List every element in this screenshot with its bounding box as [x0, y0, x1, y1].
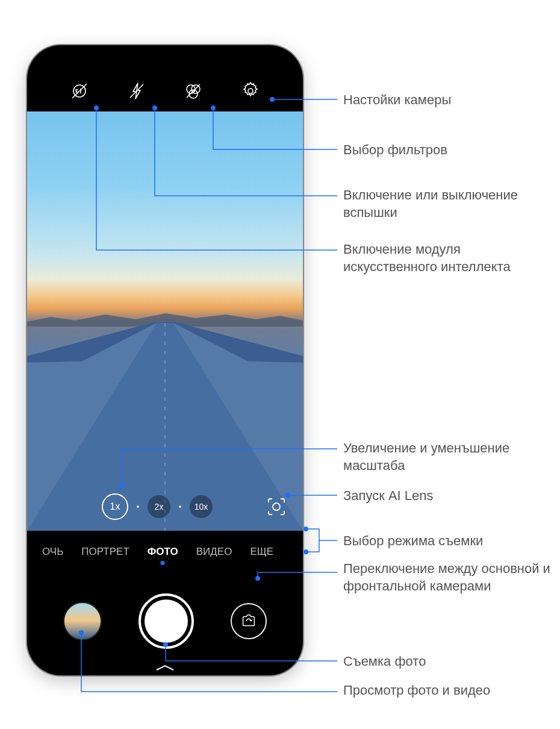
mode-night[interactable]: ОЧЬ — [42, 546, 63, 558]
mode-portrait[interactable]: ПОРТРЕТ — [81, 546, 129, 558]
shutter-inner — [145, 599, 188, 643]
callout-zoom: Увеличение и уменъшение масштаба — [343, 440, 554, 474]
callout-gallery: Просмотр фото и видео — [343, 682, 490, 699]
svg-line-6 — [187, 84, 200, 98]
callout-filters: Выбор фильтров — [343, 142, 447, 159]
callout-flash: Включение или выключение вспышки — [343, 187, 554, 221]
zoom-dot — [179, 505, 181, 508]
svg-point-24 — [303, 549, 308, 554]
callout-ai-lens: Запуск AI Lens — [343, 487, 434, 505]
gallery-thumbnail[interactable] — [63, 602, 102, 640]
svg-line-1 — [72, 84, 87, 98]
ai-module-icon[interactable] — [69, 80, 90, 102]
svg-point-14 — [273, 503, 280, 510]
bottom-controls — [27, 573, 303, 675]
callout-ai-module: Включение модуля искусственного интеллек… — [343, 241, 554, 275]
mode-photo[interactable]: ФОТО — [148, 546, 178, 558]
phone-frame: 1x 2x 10x ОЧЬ ПОРТРЕТ ФОТО ВИДЕО ЕЩ — [27, 45, 303, 675]
mode-more[interactable]: ЕЩЕ — [250, 546, 273, 558]
shutter-button[interactable] — [138, 593, 194, 649]
zoom-2x[interactable]: 2x — [148, 495, 170, 518]
flash-icon[interactable] — [126, 80, 148, 102]
switch-camera-button[interactable] — [231, 603, 267, 639]
ai-lens-icon[interactable] — [264, 495, 288, 519]
drawer-handle-icon[interactable] — [153, 663, 177, 674]
zoom-dot — [137, 505, 139, 508]
zoom-row: 1x 2x 10x — [27, 493, 303, 520]
top-toolbar — [27, 45, 303, 111]
filter-icon[interactable] — [182, 80, 204, 102]
camera-app-screen: 1x 2x 10x ОЧЬ ПОРТРЕТ ФОТО ВИДЕО ЕЩ — [27, 45, 303, 675]
zoom-pills: 1x 2x 10x — [102, 493, 213, 520]
svg-point-3 — [187, 85, 195, 93]
svg-line-2 — [130, 84, 143, 98]
callout-switch-cam: Переключение между основной и фронтально… — [343, 560, 554, 595]
zoom-1x[interactable]: 1x — [102, 493, 128, 520]
zoom-10x[interactable]: 10x — [190, 495, 213, 518]
mode-selector[interactable]: ОЧЬ ПОРТРЕТ ФОТО ВИДЕО ЕЩЕ — [27, 531, 303, 573]
viewfinder[interactable]: 1x 2x 10x — [27, 111, 303, 531]
settings-icon[interactable] — [240, 80, 261, 102]
callout-mode: Выбор режима съемки — [343, 533, 483, 550]
callout-shutter: Съемка фото — [343, 653, 426, 671]
mode-video[interactable]: ВИДЕО — [196, 546, 232, 558]
svg-point-23 — [303, 527, 308, 531]
svg-point-7 — [248, 89, 253, 93]
callout-settings: Настойки камеры — [343, 92, 451, 109]
